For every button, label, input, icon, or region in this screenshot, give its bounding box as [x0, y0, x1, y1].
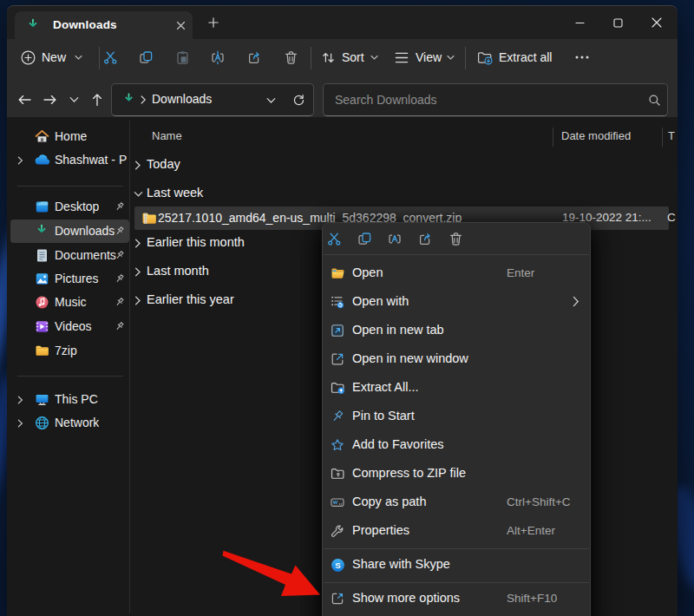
open-in-new-window-icon — [331, 352, 344, 366]
delete-icon[interactable] — [284, 50, 298, 65]
menu-item-compress-to-zip[interactable]: Compress to ZIP file — [327, 460, 586, 488]
expand-chevron-icon[interactable] — [17, 156, 24, 165]
new-tab-plus-icon[interactable] — [208, 17, 219, 28]
sidebar-item-desktop[interactable]: Desktop — [7, 195, 129, 219]
column-header-name[interactable]: Name — [152, 129, 182, 142]
forward-icon[interactable] — [43, 93, 57, 107]
music-icon — [35, 295, 49, 310]
sidebar-item-documents[interactable]: Documents — [7, 244, 129, 267]
sidebar-item-videos[interactable]: Videos — [7, 315, 129, 338]
copy-icon[interactable] — [139, 50, 154, 65]
share-icon[interactable] — [418, 232, 433, 246]
group-today[interactable]: Today — [134, 154, 343, 178]
sidebar-item-network[interactable]: Network — [7, 411, 129, 435]
menu-item-open-with[interactable]: Open with — [327, 288, 586, 317]
column-header-type[interactable]: T — [668, 129, 675, 142]
sidebar-item-this-pc[interactable]: This PC — [7, 388, 129, 411]
svg-text:S: S — [335, 560, 341, 570]
sidebar-item-downloads[interactable]: Downloads — [7, 220, 129, 243]
minimize-button[interactable] — [560, 6, 599, 39]
group-last-week[interactable]: Last week — [134, 182, 343, 206]
chevron-down-icon — [75, 55, 82, 61]
view-button[interactable]: View — [389, 39, 455, 75]
address-bar[interactable]: Downloads — [111, 83, 314, 116]
menu-item-label: Show more options — [352, 591, 460, 605]
search-icon[interactable] — [648, 94, 661, 107]
menu-item-share-with-skype[interactable]: S Share with Skype — [327, 551, 586, 580]
group-label: Last week — [147, 186, 203, 200]
close-button[interactable] — [638, 6, 676, 39]
menu-item-pin-to-start[interactable]: Pin to Start — [327, 403, 586, 431]
sort-button-label: Sort — [342, 50, 364, 64]
column-separator[interactable] — [553, 128, 553, 147]
sidebar-item-label: Home — [55, 129, 87, 143]
collapse-chevron-icon[interactable] — [134, 267, 142, 277]
sort-button[interactable]: Sort — [316, 39, 378, 75]
delete-icon[interactable] — [448, 232, 463, 246]
menu-item-open-in-new-tab[interactable]: Open in new tab — [327, 317, 586, 345]
rename-icon[interactable] — [211, 50, 226, 65]
breadcrumb[interactable]: Downloads — [152, 92, 212, 106]
see-more-icon[interactable] — [574, 55, 590, 60]
pin-icon — [115, 226, 125, 236]
menu-item-copy-as-path[interactable]: Copy as path Ctrl+Shift+C — [327, 488, 586, 517]
menu-item-label: Properties — [352, 523, 409, 537]
download-icon — [35, 224, 49, 238]
collapse-chevron-icon[interactable] — [134, 239, 142, 248]
menu-item-show-more-options[interactable]: Show more options Shift+F10 — [327, 585, 586, 613]
maximize-icon — [613, 18, 623, 28]
menu-item-open-in-new-window[interactable]: Open in new window — [327, 345, 586, 374]
pin-icon — [115, 250, 125, 260]
copy-icon[interactable] — [357, 232, 372, 246]
folder-icon — [35, 344, 49, 357]
back-icon[interactable] — [17, 93, 32, 107]
group-earlier-this-month[interactable]: Earlier this month — [134, 232, 343, 256]
menu-item-add-to-favorites[interactable]: Add to Favorites — [327, 431, 586, 460]
menu-item-label: Open with — [352, 294, 409, 308]
menu-item-label: Pin to Start — [352, 409, 415, 423]
new-button[interactable]: New — [16, 39, 95, 75]
sidebar-item-home[interactable]: Home — [7, 125, 129, 148]
expand-chevron-icon[interactable] — [17, 396, 24, 404]
menu-item-open[interactable]: Open Enter — [327, 259, 586, 288]
expanded-chevron-icon[interactable] — [134, 191, 143, 199]
recent-locations-chevron-icon[interactable] — [69, 96, 79, 103]
menu-item-label: Open in new window — [352, 351, 468, 365]
tab-close-icon[interactable] — [176, 21, 186, 30]
address-dropdown-chevron-icon[interactable] — [266, 97, 276, 104]
maximize-button[interactable] — [599, 6, 637, 39]
rename-icon[interactable] — [388, 232, 403, 246]
menu-separator — [324, 582, 589, 583]
cut-icon[interactable] — [103, 50, 118, 65]
up-icon[interactable] — [90, 93, 104, 107]
column-separator[interactable] — [662, 128, 663, 147]
sidebar-item-onedrive[interactable]: Shashwat - Pe — [7, 148, 129, 172]
paste-icon[interactable] — [175, 50, 190, 65]
sidebar-item-label: Desktop — [55, 200, 99, 213]
menu-item-properties[interactable]: Properties Alt+Enter — [327, 517, 586, 546]
collapse-chevron-icon[interactable] — [134, 296, 142, 305]
column-header-date-modified[interactable]: Date modified — [561, 129, 631, 142]
view-icon — [395, 51, 409, 64]
sidebar-item-7zip[interactable]: 7zip — [7, 339, 129, 363]
group-earlier-this-year[interactable]: Earlier this year — [134, 289, 343, 313]
toolbar-separator — [311, 47, 311, 69]
menu-item-extract-all[interactable]: Extract All... — [327, 374, 586, 403]
share-icon[interactable] — [247, 50, 262, 65]
tab-downloads[interactable]: Downloads — [15, 11, 193, 39]
cut-icon[interactable] — [327, 232, 342, 246]
pin-icon — [115, 273, 125, 284]
menu-item-label: Add to Favorites — [352, 437, 444, 451]
zip-folder-icon — [141, 211, 157, 226]
refresh-icon[interactable] — [292, 94, 305, 107]
videos-icon — [35, 319, 49, 334]
search-bar[interactable]: Search Downloads — [323, 83, 668, 116]
sidebar-item-label: Documents — [55, 248, 116, 262]
command-bar: New — [7, 39, 678, 117]
expand-chevron-icon[interactable] — [17, 419, 24, 428]
sidebar-item-pictures[interactable]: Pictures — [7, 267, 129, 291]
extract-all-button[interactable]: Extract all — [472, 39, 559, 75]
collapse-chevron-icon[interactable] — [134, 161, 142, 170]
sidebar-item-music[interactable]: Music — [7, 291, 129, 314]
group-last-month[interactable]: Last month — [134, 260, 343, 285]
